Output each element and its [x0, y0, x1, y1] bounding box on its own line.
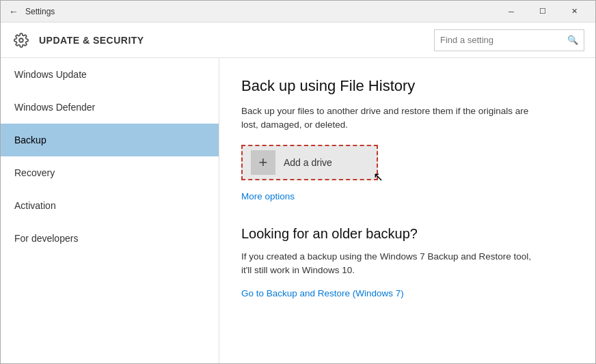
minimize-button[interactable]: ─: [496, 1, 527, 23]
svg-point-0: [19, 38, 23, 42]
sidebar: Windows Update Windows Defender Backup R…: [1, 58, 219, 364]
app-title: UPDATE & SECURITY: [39, 35, 144, 46]
section1-description: Back up your files to another drive and …: [241, 104, 542, 132]
main-content: Back up using File History Back up your …: [219, 58, 595, 364]
section2-title: Looking for an older backup?: [241, 226, 573, 242]
add-drive-button[interactable]: + Add a drive ↖: [241, 145, 378, 180]
add-drive-label: Add a drive: [284, 157, 332, 168]
window-controls: ─ ☐ ✕: [496, 1, 590, 23]
sidebar-item-windows-update[interactable]: Windows Update: [1, 58, 219, 91]
section1-title: Back up using File History: [241, 77, 573, 95]
search-icon: 🔍: [567, 35, 578, 45]
title-bar-left: ← Settings: [9, 6, 55, 17]
cursor-icon: ↖: [373, 169, 383, 184]
section2-description: If you created a backup using the Window…: [241, 250, 542, 278]
search-box[interactable]: 🔍: [434, 29, 584, 51]
back-button[interactable]: ←: [9, 6, 18, 17]
window-title: Settings: [25, 7, 55, 16]
add-drive-wrapper: + Add a drive ↖: [241, 145, 573, 180]
sidebar-item-activation[interactable]: Activation: [1, 189, 219, 222]
more-options-link[interactable]: More options: [241, 191, 295, 201]
main-layout: Windows Update Windows Defender Backup R…: [1, 58, 595, 364]
sidebar-item-backup[interactable]: Backup: [1, 124, 219, 156]
maximize-button[interactable]: ☐: [527, 1, 558, 23]
settings-icon: [12, 31, 31, 50]
sidebar-item-for-developers[interactable]: For developers: [1, 222, 219, 255]
sidebar-item-windows-defender[interactable]: Windows Defender: [1, 91, 219, 124]
plus-icon: +: [251, 150, 275, 175]
header-brand: UPDATE & SECURITY: [12, 31, 144, 50]
search-input[interactable]: [440, 35, 567, 45]
backup-restore-link[interactable]: Go to Backup and Restore (Windows 7): [241, 288, 404, 298]
close-button[interactable]: ✕: [558, 1, 590, 23]
title-bar: ← Settings ─ ☐ ✕: [1, 1, 595, 23]
app-header: UPDATE & SECURITY 🔍: [1, 23, 595, 58]
sidebar-item-recovery[interactable]: Recovery: [1, 156, 219, 189]
